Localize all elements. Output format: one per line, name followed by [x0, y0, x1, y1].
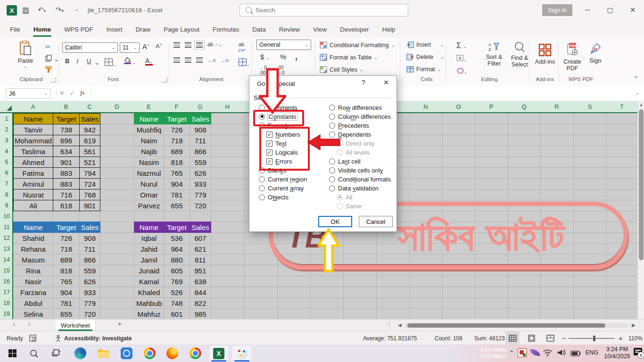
battery-icon[interactable] — [570, 350, 581, 358]
minimize-button[interactable]: ─ — [577, 3, 598, 16]
firefox-icon[interactable] — [163, 346, 182, 361]
radio-icon[interactable] — [259, 114, 265, 120]
table-2-cell[interactable]: 781 — [164, 189, 190, 200]
radio-icon[interactable] — [259, 185, 265, 191]
table-2-header-cell[interactable]: Name — [134, 113, 164, 124]
task-view-icon[interactable] — [47, 346, 66, 361]
option-last-cell[interactable]: Last cell — [329, 157, 361, 165]
row-header-13[interactable]: 13 — [0, 243, 13, 255]
table-1-cell[interactable]: Fatima — [13, 167, 53, 179]
table-3-cell[interactable]: 818 — [53, 265, 80, 276]
column-header-P[interactable]: P — [475, 101, 508, 112]
table-1-cell[interactable]: 724 — [79, 178, 100, 189]
font-color-icon[interactable]: A⌄ — [145, 57, 153, 66]
expand-formula-bar-icon[interactable]: ⌄ — [636, 90, 639, 95]
table-1-cell[interactable]: Nusrat — [13, 189, 53, 200]
hscroll-left-icon[interactable]: ◀ — [398, 322, 402, 328]
table-1-header-cell[interactable]: Target — [53, 113, 80, 124]
wrap-text-icon[interactable]: abc↩ — [239, 41, 246, 53]
radio-icon[interactable] — [329, 176, 335, 182]
dialog-close-button[interactable]: ✕ — [383, 79, 389, 86]
view-page-layout-icon[interactable] — [524, 331, 538, 345]
table-3-cell[interactable]: 904 — [53, 287, 80, 298]
row-header-8[interactable]: 8 — [0, 189, 13, 200]
ok-button[interactable]: OK — [318, 216, 352, 227]
table-3-cell[interactable]: Shahid — [13, 232, 53, 244]
increase-decimal-icon[interactable]: ←0.00 — [259, 65, 267, 75]
table-1-header-cell[interactable]: Sales — [79, 113, 100, 124]
table-3-cell[interactable]: 866 — [79, 254, 100, 265]
row-header-6[interactable]: 6 — [0, 167, 13, 179]
search-input[interactable]: Search — [239, 4, 408, 16]
edge-icon[interactable] — [71, 346, 90, 361]
table-4-cell[interactable]: 638 — [190, 276, 211, 287]
table-1-cell[interactable]: 634 — [53, 146, 80, 157]
column-header-A[interactable]: A — [13, 101, 53, 112]
table-1-cell[interactable]: 521 — [79, 156, 100, 168]
paste-button[interactable]: Paste⌄ — [12, 41, 39, 69]
table-3-cell[interactable]: 720 — [79, 308, 100, 319]
column-header-Q[interactable]: Q — [508, 101, 541, 112]
align-middle-icon[interactable] — [185, 42, 191, 48]
language-indicator[interactable]: ENG — [586, 349, 598, 356]
table-3-cell[interactable]: 933 — [79, 287, 100, 298]
row-header-4[interactable]: 4 — [0, 146, 13, 157]
column-header-O[interactable]: O — [442, 101, 475, 112]
option-row-differences[interactable]: Row differences — [329, 103, 382, 112]
avro-tray-feather-icon[interactable] — [531, 348, 539, 357]
zoom-level[interactable]: 110% — [628, 331, 643, 345]
table-4-cell[interactable]: Mahfuz — [134, 308, 164, 319]
option-text[interactable]: ✓Text — [266, 139, 287, 148]
table-2-cell[interactable]: 718 — [164, 135, 190, 146]
table-2-cell[interactable]: Nasim — [134, 156, 164, 168]
table-1-cell[interactable]: Aminul — [13, 178, 53, 189]
find-select-button[interactable]: Find & Select — [507, 41, 532, 68]
table-1-cell[interactable]: Tanvir — [13, 124, 53, 135]
ribbon-tab-file[interactable]: File — [8, 21, 22, 38]
zoom-slider[interactable] — [569, 331, 615, 345]
option-data-validation[interactable]: Data validation — [329, 184, 379, 192]
table-4-cell[interactable]: 748 — [164, 297, 190, 309]
table-3-header-cell[interactable]: Target — [53, 222, 80, 233]
option-visible-cells-only[interactable]: Visible cells only — [329, 166, 383, 174]
hscroll-right-icon[interactable]: ▶ — [632, 322, 636, 328]
table-3-cell[interactable]: 781 — [53, 297, 80, 309]
format-as-table-button[interactable]: Format as Table⌄ — [320, 54, 378, 61]
ribbon-tab-help[interactable]: Help — [381, 21, 397, 38]
row-header-19[interactable]: 19 — [0, 308, 13, 319]
vertical-scrollbar-thumb[interactable] — [639, 109, 644, 260]
table-2-cell[interactable]: 866 — [190, 146, 211, 157]
align-top-icon[interactable] — [173, 42, 180, 48]
italic-icon[interactable]: I — [76, 58, 78, 65]
confirm-entry-icon[interactable]: ✓ — [70, 90, 75, 97]
radio-icon[interactable] — [329, 114, 335, 120]
table-1-cell[interactable]: 716 — [53, 189, 80, 200]
close-button[interactable]: ✕ — [622, 3, 643, 16]
ribbon-tab-review[interactable]: Review — [278, 21, 301, 38]
copy-icon[interactable] — [45, 55, 52, 63]
option-logicals[interactable]: ✓Logicals — [266, 148, 298, 156]
option-blanks[interactable]: Blanks — [259, 166, 286, 174]
conditional-formatting-button[interactable]: Conditional Formatting⌄ — [320, 41, 395, 49]
table-2-cell[interactable]: 655 — [164, 200, 190, 211]
radio-icon[interactable] — [329, 167, 335, 173]
number-format-combo[interactable]: General⌄ — [256, 40, 311, 50]
volume-icon[interactable] — [557, 349, 566, 358]
paint-taskbar-icon[interactable] — [232, 346, 251, 361]
sign-in-button[interactable]: Sign in — [542, 4, 572, 16]
table-2-cell[interactable]: 720 — [190, 200, 211, 211]
table-2-cell[interactable]: 711 — [190, 135, 211, 146]
add-sheet-icon[interactable]: + — [118, 321, 122, 328]
fill-icon[interactable]: ⌄ — [456, 55, 467, 63]
collapse-ribbon-icon[interactable]: ⌄ — [634, 73, 638, 79]
wifi-icon[interactable] — [543, 349, 552, 358]
view-page-break-icon[interactable] — [543, 331, 557, 345]
table-3-cell[interactable]: 718 — [53, 243, 80, 255]
cancel-button[interactable]: Cancel — [359, 216, 393, 227]
table-2-cell[interactable]: Naim — [134, 135, 164, 146]
column-header-B[interactable]: B — [53, 101, 80, 112]
table-1-cell[interactable]: 901 — [53, 156, 80, 168]
table-1-cell[interactable]: 696 — [53, 135, 80, 146]
zoom-slider-thumb[interactable] — [593, 336, 595, 341]
restore-button[interactable]: ▢ — [600, 3, 620, 16]
